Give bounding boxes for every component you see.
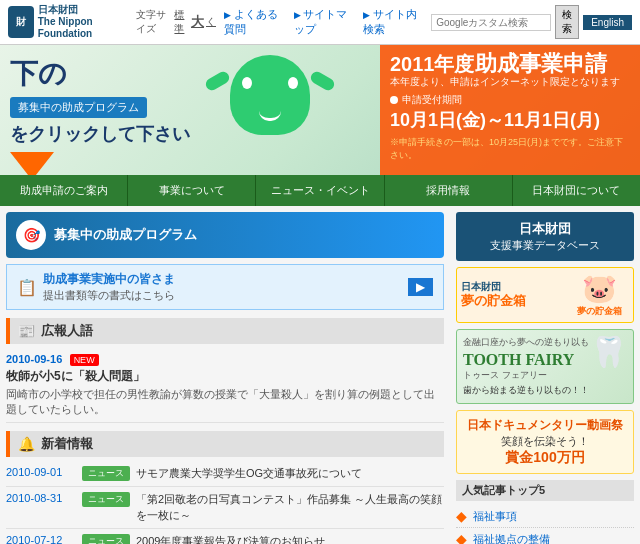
- submission-sub: 提出書類等の書式はこちら: [43, 288, 408, 303]
- hero-left-text: 下の 募集中の助成プログラム をクリックして下さい: [10, 55, 190, 175]
- english-button[interactable]: English: [583, 15, 632, 30]
- tooth-fairy-note: 歯から始まる逆もり以もの！！: [463, 384, 627, 397]
- documentary-prize: 賞金100万円: [463, 449, 627, 467]
- program-banner[interactable]: 🎯 募集中の助成プログラム: [6, 212, 444, 258]
- savings-org: 日本財団 夢の貯金箱: [461, 280, 569, 310]
- left-column: 🎯 募集中の助成プログラム 📋 助成事業実施中の皆さま 提出書類等の書式はこちら…: [0, 206, 450, 544]
- popular-item-text: 福祉事項: [473, 509, 517, 524]
- font-size-area: 文字サイズ 標準 大 く: [136, 8, 216, 36]
- nav-item-recruit[interactable]: 採用情報: [385, 175, 513, 206]
- hirobito-new-tag: NEW: [70, 354, 99, 366]
- news-item-tag: ニュース: [82, 466, 130, 481]
- news-item-text[interactable]: 2009年度事業報告及び決算のお知らせ: [136, 534, 444, 544]
- nav-item-about[interactable]: 日本財団について: [513, 175, 640, 206]
- documentary-banner[interactable]: 日本ドキュメンタリー動画祭 笑顔を伝染そう！ 賞金100万円: [456, 410, 634, 474]
- hero-year: 2011年度: [390, 53, 475, 75]
- savings-piggy: 🐷 夢の貯金箱: [569, 272, 629, 318]
- popular-bullet-icon: ◆: [456, 531, 467, 544]
- right-column: 日本財団 支援事業データベース 日本財団 夢の貯金箱 🐷 夢の貯金箱 金融口座か…: [450, 206, 640, 544]
- hero-period-row: 申請受付期間: [390, 93, 630, 107]
- nav-item-projects[interactable]: 事業について: [128, 175, 256, 206]
- nav-item-news[interactable]: ニュース・イベント: [256, 175, 384, 206]
- support-db-banner[interactable]: 日本財団 支援事業データベース: [456, 212, 634, 261]
- news-item-tag: ニュース: [82, 492, 130, 507]
- news-item-text[interactable]: 「第2回敬老の日写真コンテスト」作品募集 ～人生最高の笑顔を一枚に～: [136, 492, 444, 523]
- header-nav-links: よくある質問 サイトマップ サイト内検索: [224, 7, 423, 37]
- news-list-item: 2010-09-01 ニュース サモア農業大学奨学生OG交通事故死について: [6, 461, 444, 487]
- hirobito-news-body: 岡崎市の小学校で担任の男性教諭が算数の授業で「大量殺人」を割り算の例題として出題…: [6, 387, 444, 418]
- news-item-date: 2010-09-01: [6, 466, 76, 478]
- search-area: 検索 English: [431, 5, 632, 39]
- hirobito-date: 2010-09-16: [6, 353, 62, 365]
- savings-banner[interactable]: 日本財団 夢の貯金箱 🐷 夢の貯金箱: [456, 267, 634, 323]
- documentary-sub: 笑顔を伝染そう！: [463, 434, 627, 449]
- tooth-icon: 🦷: [590, 334, 627, 369]
- program-icon: 🎯: [16, 220, 46, 250]
- tooth-fairy-banner[interactable]: 金融口座から夢への逆もり以も TOOTH FAIRY トゥース フェアリー 歯か…: [456, 329, 634, 404]
- font-size-label: 文字サイズ: [136, 8, 172, 36]
- down-arrow-icon: [10, 152, 54, 175]
- hero-year-title: 2011年度助成事業申請: [390, 53, 630, 75]
- hirobito-item: 2010-09-16 NEW 牧師が小5に「殺人問題」 岡崎市の小学校で担任の男…: [6, 348, 444, 423]
- search-input[interactable]: [431, 14, 551, 31]
- support-db-line2: 支援事業データベース: [464, 238, 626, 253]
- popular-item[interactable]: ◆ 福祉事項: [456, 505, 634, 528]
- header: 財 日本財団 The Nippon Foundation 文字サイズ 標準 大 …: [0, 0, 640, 45]
- submission-title: 助成事業実施中の皆さま: [43, 271, 408, 288]
- popular-list: ◆ 福祉事項 ◆ 福祉拠点の整備 ◆ 理事会 ◆ 組織図: [456, 505, 634, 544]
- news-list-item: 2010-08-31 ニュース 「第2回敬老の日写真コンテスト」作品募集 ～人生…: [6, 487, 444, 529]
- font-large-btn[interactable]: 大: [191, 13, 204, 31]
- search-button[interactable]: 検索: [555, 5, 579, 39]
- hero-note: ※申請手続きの一部は、10月25日(月)までです。ご注意下さい。: [390, 136, 630, 162]
- news-icon: 🔔: [18, 436, 35, 452]
- news-header: 🔔 新着情報: [6, 431, 444, 457]
- mascot-mouth: [259, 111, 281, 121]
- hero-program-badge: 募集中の助成プログラム: [10, 97, 147, 118]
- hirobito-section: 📰 広報人語 2010-09-16 NEW 牧師が小5に「殺人問題」 岡崎市の小…: [6, 318, 444, 423]
- nav-item-grants[interactable]: 助成申請のご案内: [0, 175, 128, 206]
- news-section: 🔔 新着情報 2010-09-01 ニュース サモア農業大学奨学生OG交通事故死…: [6, 431, 444, 544]
- savings-org-text: 日本財団: [461, 280, 569, 293]
- faq-link[interactable]: よくある質問: [224, 7, 284, 37]
- news-item-tag: ニュース: [82, 534, 130, 544]
- mascot-arm-left: [204, 70, 232, 93]
- mascot-right-eye: [288, 77, 298, 89]
- tooth-fairy-content: TOOTH FAIRY トゥース フェアリー 歯から始まる逆もり以もの！！ 🦷: [463, 351, 627, 397]
- hero-main-title: 助成事業申請: [475, 51, 607, 76]
- news-list: 2010-09-01 ニュース サモア農業大学奨学生OG交通事故死について 20…: [6, 461, 444, 544]
- popular-section: 人気記事トップ5 ◆ 福祉事項 ◆ 福祉拠点の整備 ◆ 理事会 ◆ 組織図: [456, 480, 634, 544]
- mascot: [230, 55, 310, 135]
- sitemap-link[interactable]: サイトマップ: [294, 7, 354, 37]
- hirobito-header: 📰 広報人語: [6, 318, 444, 344]
- hero-text1: 下の: [10, 55, 190, 93]
- savings-project-text: 夢の貯金箱: [461, 293, 569, 310]
- popular-item[interactable]: ◆ 福祉拠点の整備: [456, 528, 634, 544]
- popular-bullet-icon: ◆: [456, 508, 467, 524]
- main-nav: 助成申請のご案内 事業について ニュース・イベント 採用情報 日本財団について: [0, 175, 640, 206]
- hirobito-icon: 📰: [18, 323, 35, 339]
- period-dot: [390, 96, 398, 104]
- hero-period-label: 申請受付期間: [402, 93, 462, 107]
- popular-title: 人気記事トップ5: [456, 480, 634, 501]
- logo-text: 日本財団 The Nippon Foundation: [38, 4, 128, 40]
- news-item-date: 2010-08-31: [6, 492, 76, 504]
- program-banner-text: 募集中の助成プログラム: [54, 226, 197, 244]
- support-db-line1: 日本財団: [464, 220, 626, 238]
- logo-area: 財 日本財団 The Nippon Foundation: [8, 4, 128, 40]
- hero-dates: 10月1日(金)～11月1日(月): [390, 109, 630, 132]
- mascot-arm-right: [309, 70, 337, 93]
- submission-icon: 📋: [17, 278, 37, 297]
- site-search-link[interactable]: サイト内検索: [363, 7, 423, 37]
- hirobito-title: 広報人語: [41, 322, 93, 340]
- submission-content: 助成事業実施中の皆さま 提出書類等の書式はこちら: [43, 271, 408, 303]
- news-title: 新着情報: [41, 435, 93, 453]
- documentary-title: 日本ドキュメンタリー動画祭: [463, 417, 627, 434]
- font-standard-btn[interactable]: 標準: [174, 8, 189, 36]
- hirobito-news-title[interactable]: 牧師が小5に「殺人問題」: [6, 368, 444, 385]
- hero-subtitle: 本年度より、申請はインターネット限定となります: [390, 75, 630, 89]
- submission-arrow: ▶: [408, 278, 433, 296]
- tooth-fairy-subtitle: トゥース フェアリー: [463, 369, 627, 382]
- submission-banner[interactable]: 📋 助成事業実施中の皆さま 提出書類等の書式はこちら ▶: [6, 264, 444, 310]
- font-xlarge-btn[interactable]: く: [206, 15, 216, 29]
- news-item-text[interactable]: サモア農業大学奨学生OG交通事故死について: [136, 466, 444, 481]
